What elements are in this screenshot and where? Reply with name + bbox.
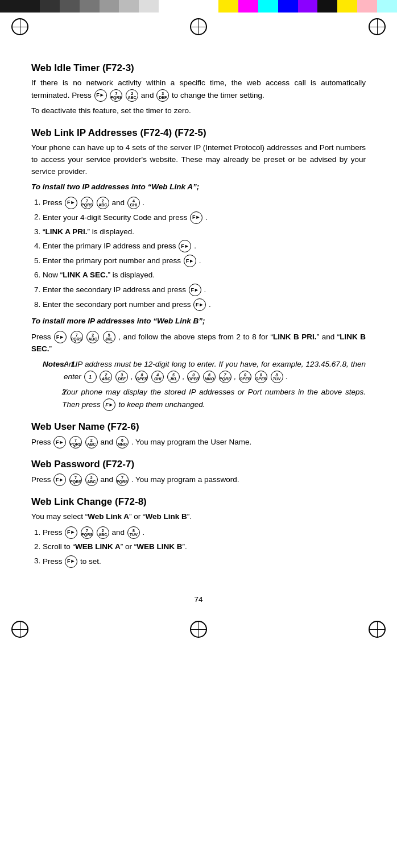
key-2abc-1: 2ABC xyxy=(97,197,109,209)
key-7pqrs-1: 7PQRS xyxy=(81,197,93,209)
web-link-change-body: You may select “Web Link A” or “Web Link… xyxy=(31,511,366,523)
key-4ghi-note: 4GHI xyxy=(151,371,164,383)
key-6mno-note: 6MNO xyxy=(203,371,216,383)
list-item: Enter the secondary IP address and press… xyxy=(43,284,366,296)
key-f-u1: F► xyxy=(53,436,66,448)
key-7pqrs-p2: 7PQRS xyxy=(116,474,129,486)
web-link-ip-body: Your phone can have up to 4 sets of the … xyxy=(31,142,366,178)
install-b-title: To install more IP addresses into “Web L… xyxy=(31,315,366,327)
color-swatch xyxy=(238,0,258,13)
web-idle-timer-body: If there is no network activity within a… xyxy=(31,77,366,102)
key-3def-button: 3DEF xyxy=(156,89,169,102)
section-title-web-link-change: Web Link Change (F72-8) xyxy=(31,496,366,508)
list-item: Enter your 4-digit Security Code and pre… xyxy=(43,211,366,224)
key-2abc-b: 2ABC xyxy=(86,331,99,343)
section-title-web-idle-timer: Web Idle Timer (F72-3) xyxy=(31,63,366,74)
reg-mark-right xyxy=(369,18,386,35)
color-swatch xyxy=(278,0,298,13)
page-number-area: 74 xyxy=(0,589,397,615)
key-f-button: F► xyxy=(94,89,107,102)
section-title-web-link-ip: Web Link IP Addresses (F72-4) (F72-5) xyxy=(31,127,366,139)
key-7pqrs-p: 7PQRS xyxy=(69,474,82,486)
key-f-4: F► xyxy=(184,255,196,267)
color-swatch xyxy=(357,0,377,13)
key-7pqrs-button: 7PQRS xyxy=(110,89,122,102)
color-swatch xyxy=(139,0,159,13)
key-2abc-button: 2ABC xyxy=(126,89,138,102)
key-f-6: F► xyxy=(193,298,206,311)
page-number: 74 xyxy=(194,595,202,604)
list-item: Now “LINK A SEC.” is displayed. xyxy=(43,269,366,281)
key-2abc-p: 2ABC xyxy=(85,474,98,486)
color-swatch xyxy=(80,0,100,13)
note-item-2: 2. Your phone may display the stored IP … xyxy=(43,387,366,411)
key-f-2: F► xyxy=(190,211,202,224)
color-swatch xyxy=(258,0,278,13)
list-item: Press F► 7PQRS 2ABC and 4GHI . xyxy=(43,197,366,209)
key-0oper-note2: 0OPER xyxy=(187,371,200,383)
notes-section: Notes: 1. An IP address must be 12-digit… xyxy=(43,359,366,411)
install-two-ip-title: To install two IP addresses into “Web Li… xyxy=(31,181,366,193)
web-user-name-body: Press F► 7PQRS 2ABC and 6MNO . You may p… xyxy=(31,436,366,448)
key-5jkl-note: 5JKL xyxy=(167,371,180,383)
color-swatch xyxy=(377,0,397,13)
section-title-web-password: Web Password (F72-7) xyxy=(31,459,366,470)
web-link-change-steps: Press F► 7PQRS 2ABC and 8TUV . Scroll to… xyxy=(43,526,366,568)
key-f-b1: F► xyxy=(54,331,67,343)
color-swatch xyxy=(100,0,119,13)
key-0oper-note3: 0OPER xyxy=(239,371,251,383)
list-item: “LINK A PRI.” is displayed. xyxy=(43,226,366,238)
key-1-note: 1 xyxy=(84,371,97,383)
color-swatch xyxy=(179,0,218,13)
key-4ghi-1: 4GHI xyxy=(127,197,140,209)
install-ip-steps: Press F► 7PQRS 2ABC and 4GHI . Enter you… xyxy=(43,197,366,312)
key-8tuv-note: 8TUV xyxy=(271,371,283,383)
key-8tuv-c: 8TUV xyxy=(127,526,140,539)
reg-mark-left xyxy=(11,18,28,35)
key-6mno-u: 6MNO xyxy=(116,436,129,448)
key-2abc-note: 2ABC xyxy=(100,371,112,383)
key-7pqrs-u: 7PQRS xyxy=(69,436,82,448)
reg-mark-bottom-right xyxy=(369,621,386,638)
color-swatch xyxy=(298,0,318,13)
web-password-body: Press F► 7PQRS 2ABC and 7PQRS . You may … xyxy=(31,474,366,486)
color-swatch xyxy=(60,0,80,13)
key-2abc-u: 2ABC xyxy=(85,436,98,448)
key-f-3: F► xyxy=(179,240,191,252)
key-f-5: F► xyxy=(189,284,201,296)
reg-mark-bottom-left xyxy=(11,621,28,638)
registration-marks xyxy=(0,13,397,41)
key-f-p1: F► xyxy=(53,474,66,486)
key-7pqrs-c: 7PQRS xyxy=(81,526,93,539)
web-idle-timer-body2: To deactivate this feature, set the time… xyxy=(31,105,366,117)
section-title-web-user-name: Web User Name (F72-6) xyxy=(31,421,366,433)
bottom-registration-area xyxy=(0,615,397,643)
list-item: Enter the primary IP address and press F… xyxy=(43,240,366,252)
key-f-note: F► xyxy=(103,398,115,411)
key-7pqrs-note: 7PQRS xyxy=(219,371,231,383)
color-bar-top xyxy=(0,0,397,13)
color-swatch xyxy=(317,0,337,13)
key-3def-note: 3DEF xyxy=(115,371,128,383)
color-swatch xyxy=(159,0,179,13)
list-item: Press F► to set. xyxy=(43,555,366,568)
list-item: Scroll to “WEB LINK A” or “WEB LINK B”. xyxy=(43,541,366,553)
key-7pqrs-b: 7PQRS xyxy=(71,331,83,343)
list-item: Enter the secondary port number and pres… xyxy=(43,298,366,311)
key-5jkl-b: 5JKL xyxy=(103,331,115,343)
key-0oper-note4: 0OPER xyxy=(255,371,267,383)
color-swatch xyxy=(119,0,139,13)
color-swatch xyxy=(0,0,40,13)
reg-mark-bottom-center xyxy=(190,621,207,638)
note-item-1: Notes: 1. An IP address must be 12-digit… xyxy=(43,359,366,383)
key-2abc-c: 2ABC xyxy=(97,526,109,539)
reg-mark-center xyxy=(190,18,207,35)
key-f-c2: F► xyxy=(65,555,77,568)
color-swatch xyxy=(337,0,357,13)
key-0oper-note1: 0OPER xyxy=(135,371,148,383)
color-swatch xyxy=(218,0,238,13)
list-item: Press F► 7PQRS 2ABC and 8TUV . xyxy=(43,526,366,539)
key-f-c1: F► xyxy=(65,526,77,539)
color-swatch xyxy=(40,0,60,13)
page-content: Web Idle Timer (F72-3) If there is no ne… xyxy=(0,41,397,589)
